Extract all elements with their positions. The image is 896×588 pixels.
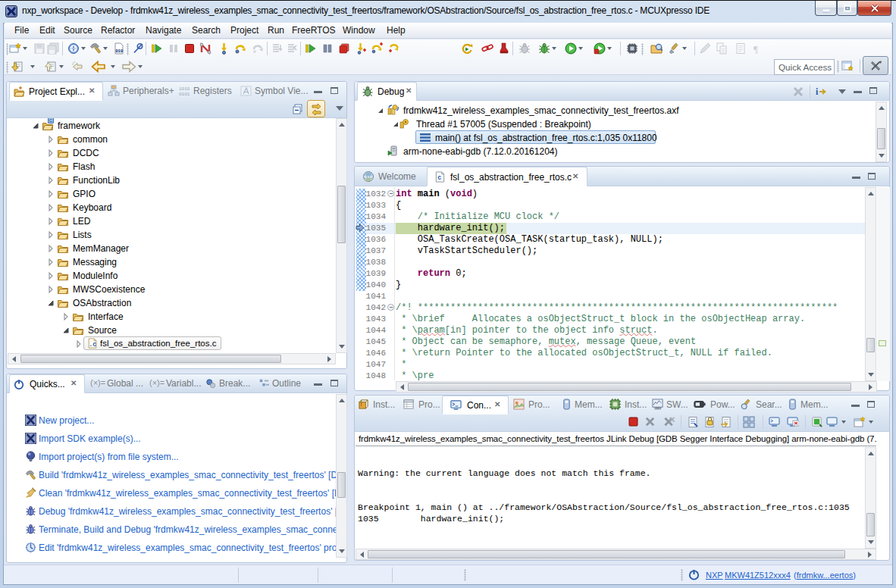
svg-text:1010: 1010 (179, 86, 190, 92)
svg-text:0101: 0101 (179, 92, 190, 97)
svg-text:010: 010 (115, 48, 124, 54)
svg-text:c: c (437, 174, 441, 182)
svg-text:¶: ¶ (753, 43, 758, 55)
svg-text:SWO: SWO (655, 407, 661, 410)
svg-text:i: i (816, 86, 819, 97)
svg-text:.c: .c (89, 341, 96, 348)
